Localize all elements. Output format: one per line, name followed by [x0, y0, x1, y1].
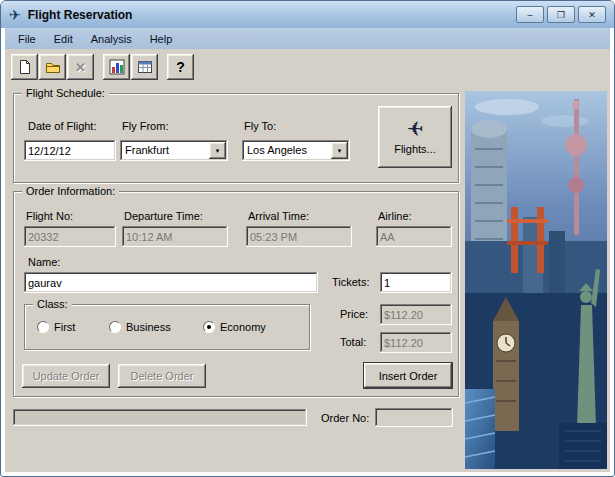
total-field — [380, 332, 452, 353]
fly-from-value: Frankfurt — [125, 144, 169, 156]
titlebar: ✈ Flight Reservation – ❐ ✕ — [1, 1, 614, 28]
flight-reservation-window: ✈ Flight Reservation – ❐ ✕ File Edit Ana… — [0, 0, 615, 477]
price-field — [380, 304, 452, 325]
menu-edit[interactable]: Edit — [45, 30, 82, 48]
menubar: File Edit Analysis Help — [5, 28, 610, 49]
delete-x-icon: ✕ — [75, 60, 86, 75]
airline-field — [376, 226, 452, 247]
order-information-group: Order Information: Flight No: Departure … — [13, 191, 459, 397]
class-economy-label: Economy — [220, 321, 266, 333]
menu-analysis[interactable]: Analysis — [82, 30, 141, 48]
window-controls: – ❐ ✕ — [516, 6, 606, 23]
class-group-label: Class: — [33, 298, 72, 310]
reports-button[interactable] — [131, 54, 158, 80]
city-collage-graphic — [465, 91, 607, 469]
fly-from-label: Fly From: — [122, 120, 168, 132]
date-of-flight-input[interactable] — [24, 140, 116, 161]
flights-airplane-icon: ✈ — [407, 119, 424, 139]
flight-schedule-group-label: Flight Schedule: — [22, 87, 109, 99]
class-group: Class: First Business Economy — [24, 304, 310, 350]
delete-order-button[interactable]: Delete Order — [118, 364, 206, 388]
fly-from-dropdown-arrow-icon[interactable]: ▼ — [209, 142, 226, 159]
graphs-button[interactable] — [103, 54, 130, 80]
arrival-time-label: Arrival Time: — [248, 210, 309, 222]
client-area: ✕ ? Flight Schedule: Date of Flight: — [5, 49, 610, 472]
price-label: Price: — [340, 308, 368, 320]
fly-from-combobox[interactable]: Frankfurt ▼ — [120, 140, 228, 161]
date-of-flight-label: Date of Flight: — [28, 120, 96, 132]
open-folder-icon — [45, 59, 61, 75]
radio-button-icon — [109, 321, 121, 333]
menu-help[interactable]: Help — [141, 30, 182, 48]
airplane-app-icon: ✈ — [9, 8, 21, 22]
class-first-label: First — [54, 321, 75, 333]
menu-file[interactable]: File — [9, 30, 45, 48]
help-icon: ? — [176, 59, 185, 75]
insert-order-button[interactable]: Insert Order — [364, 363, 452, 388]
new-order-button[interactable] — [11, 54, 38, 80]
class-radio-business[interactable]: Business — [109, 321, 171, 333]
radio-button-icon — [203, 321, 215, 333]
flight-no-field — [24, 226, 116, 247]
help-button[interactable]: ? — [167, 54, 194, 80]
window-title: Flight Reservation — [28, 8, 133, 22]
fly-to-label: Fly To: — [244, 120, 276, 132]
maximize-button[interactable]: ❐ — [547, 6, 575, 23]
flight-no-label: Flight No: — [26, 210, 73, 222]
class-radio-economy[interactable]: Economy — [203, 321, 266, 333]
total-label: Total: — [340, 336, 366, 348]
report-table-icon — [137, 59, 153, 75]
fly-to-value: Los Angeles — [247, 144, 307, 156]
order-information-group-label: Order Information: — [22, 185, 119, 197]
arrival-time-field — [246, 226, 352, 247]
flights-button[interactable]: ✈ Flights... — [378, 106, 452, 168]
departure-time-label: Departure Time: — [124, 210, 203, 222]
radio-button-icon — [37, 321, 49, 333]
name-label: Name: — [28, 256, 60, 268]
order-no-field — [375, 408, 453, 427]
airline-label: Airline: — [378, 210, 412, 222]
class-business-label: Business — [126, 321, 171, 333]
flights-button-label: Flights... — [394, 143, 436, 155]
fly-to-dropdown-arrow-icon[interactable]: ▼ — [331, 142, 348, 159]
class-radio-first[interactable]: First — [37, 321, 75, 333]
new-document-icon — [17, 59, 33, 75]
order-no-label: Order No: — [321, 412, 369, 424]
minimize-button[interactable]: – — [516, 6, 544, 23]
departure-time-field — [122, 226, 228, 247]
close-button[interactable]: ✕ — [578, 6, 606, 23]
flight-schedule-group: Flight Schedule: Date of Flight: Fly Fro… — [13, 93, 459, 183]
progress-bar — [13, 409, 307, 426]
open-order-button[interactable] — [39, 54, 66, 80]
fly-to-combobox[interactable]: Los Angeles ▼ — [242, 140, 350, 161]
delete-order-toolbar-button[interactable]: ✕ — [67, 54, 94, 80]
bar-chart-icon — [109, 59, 125, 75]
tickets-input[interactable] — [380, 272, 452, 293]
name-input[interactable] — [24, 272, 318, 293]
tickets-label: Tickets: — [332, 276, 370, 288]
destinations-collage-image — [465, 91, 607, 469]
update-order-button[interactable]: Update Order — [22, 364, 110, 388]
